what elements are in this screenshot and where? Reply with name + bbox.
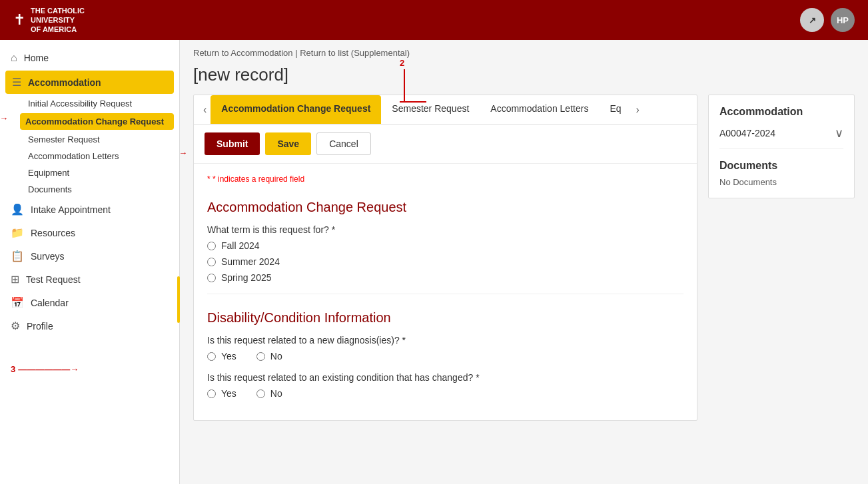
page-title: [new record] [193, 65, 288, 85]
docs-section: Documents No Documents [719, 160, 843, 187]
tab-accommodation-change-request[interactable]: Accommodation Change Request [211, 95, 381, 124]
right-panel: Accommodation A00047-2024 ∨ Documents No… [708, 95, 855, 421]
accommodation-icon: ☰ [12, 76, 21, 89]
submit-button[interactable]: Submit [205, 132, 260, 155]
sidebar-item-semester-request[interactable]: Semester Request [0, 131, 179, 148]
tab-semester-request[interactable]: Semester Request [381, 95, 480, 124]
sidebar-accommodation-label: Accommodation [28, 77, 101, 88]
diagnosis-yes-radio[interactable] [207, 352, 216, 361]
resources-label: Resources [31, 228, 75, 238]
external-link-button[interactable]: ↗ [800, 8, 824, 32]
sidebar-item-test-request[interactable]: ⊞ Test Request [0, 268, 179, 291]
section-divider-1 [207, 294, 683, 294]
term-question: What term is this request for? * [207, 224, 683, 235]
sidebar-item-accommodation-letters[interactable]: Accommodation Letters [0, 148, 179, 164]
annotation-1-arrow: ——→ [0, 113, 8, 123]
breadcrumb-link-accommodation[interactable]: Return to Accommodation [193, 48, 293, 58]
resources-icon: 📁 [11, 226, 24, 239]
term-options: Fall 2024 Summer 2024 Spring 2025 [207, 240, 683, 283]
condition-no-radio[interactable] [256, 389, 265, 398]
tab-eq[interactable]: Eq [599, 95, 632, 124]
content-area: Return to Accommodation | Return to list… [180, 40, 868, 484]
sidebar-item-accommodation-change[interactable]: Accommodation Change Request [20, 113, 174, 130]
right-card: Accommodation A00047-2024 ∨ Documents No… [708, 95, 855, 198]
sidebar-item-surveys[interactable]: 📋 Surveys [0, 244, 179, 268]
term-fall-2024-radio[interactable] [207, 242, 216, 250]
breadcrumb-link-list[interactable]: Return to list (Supplemental) [300, 48, 410, 58]
condition-options: Yes No [207, 388, 683, 399]
sidebar-item-documents[interactable]: Documents [0, 181, 179, 198]
diagnosis-no-label: No [270, 351, 282, 362]
required-note: * * indicates a required field [207, 174, 683, 184]
home-icon: ⌂ [11, 52, 17, 64]
save-button[interactable]: Save [265, 132, 311, 155]
chevron-down-icon[interactable]: ∨ [835, 126, 843, 140]
tabs-bar: ‹ Accommodation Change Request Semester … [194, 95, 697, 124]
record-id: A00047-2024 [719, 128, 775, 138]
annotation-2-label: 2 [400, 58, 404, 68]
right-panel-record: A00047-2024 ∨ [719, 126, 843, 149]
initial-accessibility-label: Initial Accessibility Request [28, 99, 132, 109]
section2-title: Disability/Condition Information [207, 305, 683, 326]
calendar-label: Calendar [31, 298, 69, 308]
tab-next-button[interactable]: › [632, 96, 644, 124]
form-body: 4 ——→ * * indicates a required field Acc… [194, 164, 697, 420]
calendar-icon: 📅 [11, 296, 24, 309]
cancel-button[interactable]: Cancel [316, 132, 371, 155]
sidebar-item-calendar[interactable]: 📅 Calendar [0, 291, 179, 314]
sidebar-item-resources[interactable]: 📁 Resources [0, 221, 179, 244]
intake-icon: 👤 [11, 203, 24, 216]
intake-label: Intake Appointment [31, 204, 111, 215]
term-summer-2024[interactable]: Summer 2024 [207, 256, 683, 267]
sidebar-item-intake[interactable]: 👤 Intake Appointment [0, 198, 179, 221]
docs-title: Documents [719, 160, 843, 172]
condition-yes-label: Yes [221, 388, 236, 399]
surveys-icon: 📋 [11, 250, 24, 262]
tab-prev-button[interactable]: ‹ [199, 96, 211, 124]
diagnosis-options: Yes No [207, 351, 683, 362]
diagnosis-no-radio[interactable] [256, 352, 265, 361]
header: ✝ THE CATHOLIC UNIVERSITY OF AMERICA ↗ H… [0, 0, 868, 40]
diagnosis-yes[interactable]: Yes [207, 351, 236, 362]
form-main: ‹ Accommodation Change Request Semester … [193, 95, 697, 421]
annotation-4-arrow: ——→ [180, 148, 187, 158]
sidebar-item-accommodation[interactable]: ☰ Accommodation [5, 71, 174, 94]
term-fall-2024[interactable]: Fall 2024 [207, 240, 683, 251]
annotation-3-label: 3 [11, 364, 15, 374]
tab-accommodation-letters[interactable]: Accommodation Letters [480, 95, 599, 124]
semester-request-label: Semester Request [28, 134, 100, 144]
profile-label: Profile [27, 321, 53, 332]
surveys-label: Surveys [31, 251, 65, 262]
term-spring-2025-radio[interactable] [207, 274, 216, 282]
sidebar-item-equipment[interactable]: Equipment [0, 164, 179, 181]
term-fall-2024-label: Fall 2024 [221, 240, 260, 251]
condition-yes-radio[interactable] [207, 389, 216, 398]
term-summer-2024-radio[interactable] [207, 258, 216, 266]
sidebar-item-profile[interactable]: ⚙ Profile [0, 314, 179, 338]
diagnosis-no[interactable]: No [256, 351, 282, 362]
profile-icon: ⚙ [11, 320, 20, 332]
no-docs-label: No Documents [719, 177, 843, 187]
term-spring-2025-label: Spring 2025 [221, 272, 272, 283]
sidebar-item-initial-accessibility[interactable]: Initial Accessibility Request [0, 95, 179, 112]
equipment-label: Equipment [28, 168, 69, 178]
condition-no[interactable]: No [256, 388, 282, 399]
breadcrumb-separator: | [295, 48, 297, 58]
page-wrapper: 1 ——→ ⌂ Home ☰ Accommodation Initial Acc… [0, 40, 868, 484]
accommodation-change-label: Accommodation Change Request [25, 117, 164, 126]
condition-question: Is this request related to an existing c… [207, 372, 683, 383]
annotation-3-arrow: ——————→ [18, 364, 79, 374]
logo-text: THE CATHOLIC UNIVERSITY OF AMERICA [31, 6, 85, 35]
diagnosis-question: Is this request related to a new diagnos… [207, 335, 683, 346]
accommodation-letters-label: Accommodation Letters [28, 151, 119, 161]
cross-icon: ✝ [13, 11, 25, 29]
breadcrumb: Return to Accommodation | Return to list… [193, 48, 855, 58]
header-icons: ↗ HP [800, 8, 855, 32]
action-buttons: Submit Save Cancel [194, 124, 697, 164]
term-spring-2025[interactable]: Spring 2025 [207, 272, 683, 283]
user-profile-button[interactable]: HP [831, 8, 855, 32]
sidebar-item-home[interactable]: ⌂ Home [0, 47, 179, 69]
condition-yes[interactable]: Yes [207, 388, 236, 399]
sidebar: 1 ——→ ⌂ Home ☰ Accommodation Initial Acc… [0, 40, 180, 484]
form-container: ‹ Accommodation Change Request Semester … [193, 95, 855, 421]
